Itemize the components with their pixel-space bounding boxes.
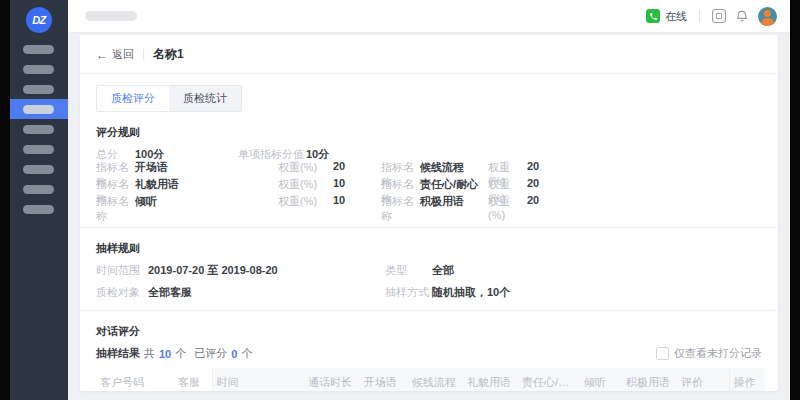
col-agent: 客服	[174, 368, 212, 391]
weight-label: 权重(%)	[278, 194, 333, 224]
sidebar-item-6[interactable]	[10, 139, 68, 159]
indicator-grid: 指标名称 开场语 权重(%) 20 指标名称 候线流程 权重(%) 20	[96, 166, 762, 217]
col-call-duration: 通话时长	[304, 368, 360, 391]
col-line-process: 候线流程	[408, 368, 463, 391]
total-count: 10	[159, 348, 171, 360]
sidebar-item-skeleton	[23, 145, 54, 154]
scoring-rules-title: 评分规则	[96, 125, 762, 140]
topbar: 在线	[68, 0, 790, 33]
online-status[interactable]: 在线	[646, 9, 687, 24]
filter-label: 仅查看未打分记录	[674, 346, 762, 361]
table-header-row: 客户号码 客服 时间 通话时长 开场语 候线流程 礼貌用语 责任心/耐心 倾听 …	[96, 368, 765, 391]
left-black-edge	[0, 0, 10, 400]
col-operation: 操作	[729, 368, 765, 391]
sidebar-item-skeleton	[23, 185, 54, 194]
indicator-cell: 指标名称 倾听 权重(%) 10	[96, 194, 381, 224]
type-label: 类型	[385, 263, 432, 278]
back-button[interactable]: ← 返回	[96, 47, 134, 62]
sampling-row: 质检对象 全部客服 抽样方式 随机抽取，10个	[96, 285, 762, 300]
checkbox-icon[interactable]	[656, 347, 669, 360]
section-divider	[80, 227, 778, 228]
target-value: 全部客服	[148, 285, 192, 300]
col-responsibility: 责任心/耐心	[518, 368, 580, 391]
method-value: 随机抽取，10个	[432, 285, 510, 300]
weight-value: 20	[527, 194, 539, 224]
indicator-name-value: 积极用语	[420, 194, 488, 224]
weight-label: 权重(%)	[488, 194, 527, 224]
time-range-label: 时间范围	[96, 263, 148, 278]
tab-quality-stats[interactable]: 质检统计	[169, 86, 241, 111]
scored-unit: 个	[241, 346, 252, 361]
sampling-cell: 类型 全部	[385, 263, 454, 278]
sampling-cell: 质检对象 全部客服	[96, 285, 385, 300]
total-unit: 个	[175, 346, 186, 361]
sampling-result-summary: 抽样结果 共 10 个 已评分 0 个 仅查看未打分记录	[96, 346, 762, 361]
app-logo[interactable]: DZ	[26, 7, 52, 33]
weight-value: 10	[333, 194, 345, 224]
user-avatar[interactable]	[758, 7, 777, 26]
workbench-icon-inner	[716, 13, 722, 19]
sidebar-item-skeleton	[23, 125, 54, 134]
card-header: ← 返回 名称1	[80, 35, 778, 74]
method-label: 抽样方式	[385, 285, 432, 300]
topbar-divider	[699, 10, 700, 22]
indicator-row: 指标名称 倾听 权重(%) 10 指标名称 积极用语 权重(%) 20	[96, 200, 762, 217]
col-positive-words: 积极用语	[622, 368, 677, 391]
back-label: 返回	[112, 47, 134, 62]
total-prefix: 共	[144, 346, 155, 361]
back-arrow-icon: ←	[96, 49, 108, 61]
col-customer-no: 客户号码	[96, 368, 174, 391]
phone-icon	[646, 9, 660, 23]
sidebar-item-2[interactable]	[10, 59, 68, 79]
right-black-edge	[790, 0, 800, 400]
sidebar-item-skeleton	[23, 105, 54, 114]
sidebar-item-3[interactable]	[10, 79, 68, 99]
sidebar-item-1[interactable]	[10, 39, 68, 59]
header-divider	[143, 49, 144, 60]
summary-label: 抽样结果	[96, 346, 140, 361]
tab-quality-scoring[interactable]: 质检评分	[97, 86, 169, 111]
bell-icon[interactable]	[735, 9, 749, 23]
app-window: DZ 在线	[0, 0, 800, 400]
sidebar-item-5[interactable]	[10, 119, 68, 139]
scored-count: 0	[231, 348, 237, 360]
avatar-head	[764, 10, 771, 17]
sidebar-item-skeleton	[23, 65, 54, 74]
col-opening: 开场语	[360, 368, 408, 391]
sidebar-item-skeleton	[23, 45, 54, 54]
scored-prefix: 已评分	[194, 346, 227, 361]
dialog-scoring-table: 客户号码 客服 时间 通话时长 开场语 候线流程 礼貌用语 责任心/耐心 倾听 …	[96, 368, 765, 391]
topbar-actions: 在线	[646, 7, 777, 26]
sidebar-item-skeleton	[23, 165, 54, 174]
col-listening: 倾听	[580, 368, 622, 391]
sidebar-item-8[interactable]	[10, 179, 68, 199]
avatar-body	[761, 18, 774, 26]
topbar-skeleton	[85, 11, 137, 21]
sampling-cell: 抽样方式 随机抽取，10个	[385, 285, 510, 300]
indicator-name-label: 指标名称	[96, 194, 135, 224]
sampling-rules-title: 抽样规则	[96, 241, 762, 256]
sidebar-item-7[interactable]	[10, 159, 68, 179]
sidebar: DZ	[10, 0, 68, 400]
unscored-filter[interactable]: 仅查看未打分记录	[656, 346, 762, 361]
section-divider	[80, 310, 778, 311]
time-range-value: 2019-07-20 至 2019-08-20	[148, 263, 278, 278]
col-politeness: 礼貌用语	[463, 368, 518, 391]
detail-card: ← 返回 名称1 质检评分 质检统计 评分规则 总分 100分 单项指标分值 1…	[80, 35, 778, 391]
indicator-name-value: 倾听	[135, 194, 278, 224]
page-title: 名称1	[153, 46, 184, 63]
main-area: 在线 ← 返回	[68, 0, 790, 400]
workbench-icon[interactable]	[712, 9, 726, 23]
col-time: 时间	[212, 368, 304, 391]
tab-group: 质检评分 质检统计	[96, 85, 242, 112]
sidebar-item-9[interactable]	[10, 199, 68, 219]
indicator-name-label: 指标名称	[381, 194, 420, 224]
indicator-cell: 指标名称 积极用语 权重(%) 20	[381, 194, 762, 224]
sidebar-item-4-active[interactable]	[10, 99, 68, 119]
sampling-row: 时间范围 2019-07-20 至 2019-08-20 类型 全部	[96, 263, 762, 278]
target-label: 质检对象	[96, 285, 148, 300]
sampling-cell: 时间范围 2019-07-20 至 2019-08-20	[96, 263, 385, 278]
col-evaluation: 评价	[677, 368, 729, 391]
online-label: 在线	[665, 9, 687, 24]
dialog-scoring-title: 对话评分	[96, 324, 762, 339]
